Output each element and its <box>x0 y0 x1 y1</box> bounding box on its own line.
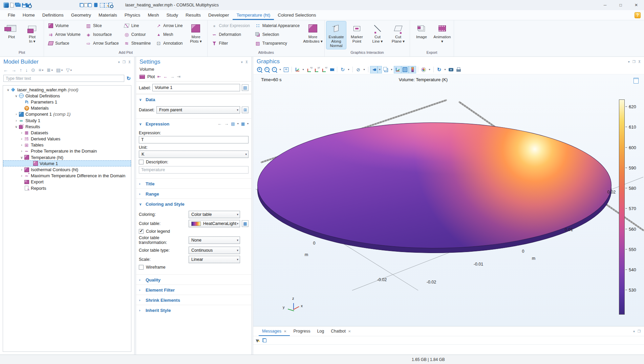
color-expression-button[interactable]: Color Expression <box>209 21 252 30</box>
tab-temperature-ht[interactable]: Temperature (ht) <box>233 10 274 20</box>
paste-icon[interactable] <box>84 3 88 7</box>
section-inherit-style[interactable]: › Inherit Style <box>136 305 251 315</box>
color-table-list-icon[interactable]: ▩ <box>242 220 249 227</box>
deformation-button[interactable]: Deformation <box>209 30 252 39</box>
previous-plot-icon[interactable]: ← <box>163 74 168 79</box>
surface-button[interactable]: Surface <box>46 39 83 48</box>
tree-item-max-temp-difference[interactable]: › Maximum Temperature Difference in the … <box>3 173 131 179</box>
previous-expression-icon[interactable]: ← <box>217 121 222 126</box>
isosurface-button[interactable]: Isosurface <box>84 30 121 39</box>
undo-icon[interactable] <box>39 1 47 9</box>
panel-menu-caret-icon[interactable]: ▾ <box>628 60 630 64</box>
forward-icon[interactable]: → <box>12 67 16 73</box>
default-view-caret-icon[interactable] <box>301 66 305 73</box>
transparency-icon[interactable] <box>382 66 389 73</box>
insert-expression-icon[interactable]: ▦ <box>241 121 245 126</box>
panel-menu-caret-icon[interactable]: ▾ <box>118 60 120 64</box>
tree-item-volume-1[interactable]: Volume 1 <box>3 160 131 166</box>
color-table-type-select[interactable]: Continuous <box>189 247 240 254</box>
minimize-button[interactable]: ─ <box>597 0 613 10</box>
color-table-transformation-select[interactable]: None <box>189 236 240 244</box>
expression-input[interactable] <box>139 136 249 143</box>
scene-caret-icon[interactable] <box>362 66 366 73</box>
plot-in-button[interactable]: Plot In ▾ <box>22 21 42 49</box>
tab-progress[interactable]: Progress <box>290 326 314 336</box>
redo-caret-icon[interactable] <box>63 1 71 9</box>
show-icon[interactable]: ⊙ <box>31 67 35 73</box>
refresh-icon[interactable]: ↻ <box>126 75 131 82</box>
arrow-volume-button[interactable]: Arrow Volume <box>46 30 83 39</box>
tree-item-datasets[interactable]: › Datasets <box>3 130 131 136</box>
transparency-button[interactable]: Transparency <box>253 39 302 48</box>
tree-item-root[interactable]: ∨ laser_heating_wafer.mph (root) <box>3 87 131 93</box>
pointer-icon[interactable] <box>256 338 260 343</box>
color-legend-checkbox[interactable] <box>139 229 144 234</box>
tab-results[interactable]: Results <box>182 10 205 20</box>
open-folder-icon[interactable] <box>14 1 22 9</box>
tab-geometry[interactable]: Geometry <box>67 10 95 20</box>
undo-caret-icon[interactable] <box>47 1 55 9</box>
close-icon[interactable]: ✕ <box>348 329 351 333</box>
view-xy-icon[interactable] <box>306 66 313 73</box>
section-expression[interactable]: ∨ Expression ← → ▤▾ ▦▾ <box>136 118 251 129</box>
mesh-button[interactable]: Mesh <box>154 30 185 39</box>
tree-item-results[interactable]: ∨ Results <box>3 123 131 130</box>
description-input[interactable] <box>139 166 249 174</box>
tab-physics[interactable]: Physics <box>121 10 144 20</box>
expand-all-icon[interactable]: ≣ ▾ <box>47 67 53 73</box>
help-icon[interactable]: ? <box>635 12 641 18</box>
caret-icon[interactable]: ▾ <box>51 69 53 72</box>
tree-item-study-1[interactable]: › Study 1 <box>3 117 131 123</box>
color-table-select[interactable]: HeatCameraLight <box>189 220 240 227</box>
pin-panel-icon[interactable]: ⊼ <box>128 60 131 64</box>
section-range[interactable]: › Range <box>136 188 251 199</box>
label-settings-icon[interactable]: ▤ <box>242 84 249 91</box>
tree-item-export[interactable]: Export <box>3 179 131 185</box>
tree-expander-icon[interactable]: ∨ <box>6 88 10 92</box>
rotate-icon[interactable] <box>339 66 346 73</box>
wafer-surface-plot[interactable] <box>257 122 611 248</box>
contour-button[interactable]: Contour <box>122 30 153 39</box>
camera-view-icon[interactable] <box>328 66 335 73</box>
move-down-icon[interactable]: ↓ <box>25 67 28 73</box>
animation-button[interactable]: Animation ▾ <box>432 21 452 49</box>
tab-messages[interactable]: Messages ✕ <box>259 326 290 336</box>
find-icon[interactable] <box>109 3 112 7</box>
tree-expander-icon[interactable]: › <box>14 119 19 122</box>
tree-item-isothermal-contours[interactable]: › Isothermal Contours (ht) <box>3 166 131 173</box>
streamline-button[interactable]: Streamline <box>122 39 153 48</box>
tab-file[interactable]: File <box>4 10 19 20</box>
dataset-select[interactable]: From parent <box>156 106 240 114</box>
panel-menu-caret-icon[interactable]: ▾ <box>633 329 635 333</box>
zoom-box-caret-icon[interactable] <box>278 66 282 73</box>
evaluate-along-normal-button[interactable]: Evaluate Along Normal <box>326 21 346 49</box>
show-grid-icon[interactable] <box>402 66 408 73</box>
scene-icon[interactable] <box>355 66 362 73</box>
tree-expander-icon[interactable]: ∨ <box>14 125 19 129</box>
material-appearance-button[interactable]: Material Appearance <box>253 21 302 30</box>
update-plot-icon[interactable] <box>436 66 443 73</box>
annotation-button[interactable]: Annotation <box>154 39 185 48</box>
plot-button[interactable]: Plot <box>2 21 21 49</box>
filter-button[interactable]: Filter <box>209 39 252 48</box>
zoom-extents-icon[interactable] <box>283 66 289 73</box>
zoom-out-icon[interactable] <box>263 66 270 73</box>
tree-expander-icon[interactable]: ∨ <box>14 94 19 98</box>
view-xz-icon[interactable] <box>321 66 327 73</box>
section-shrink-elements[interactable]: › Shrink Elements <box>136 295 251 305</box>
tree-item-materials[interactable]: Materials <box>3 105 131 111</box>
collapse-all-icon[interactable]: ≡ ▾ <box>39 67 43 73</box>
app-icon[interactable] <box>2 1 10 9</box>
new-file-icon[interactable] <box>10 3 14 7</box>
tree-item-reports[interactable]: Reports <box>3 185 131 191</box>
line-button[interactable]: Line <box>122 21 153 30</box>
copy-icon[interactable] <box>262 338 266 342</box>
unit-select[interactable]: K <box>139 151 249 158</box>
more-attributes-button[interactable]: More Attributes ▾ <box>303 21 323 49</box>
scene-light-icon[interactable] <box>370 66 377 73</box>
tree-expander-icon[interactable]: › <box>19 131 24 135</box>
save-search-icon[interactable] <box>26 3 31 7</box>
tab-colored-selections[interactable]: Colored Selections <box>274 10 320 20</box>
dataset-source-icon[interactable]: ⊞ <box>242 107 249 113</box>
transparency-caret-icon[interactable] <box>390 66 393 73</box>
